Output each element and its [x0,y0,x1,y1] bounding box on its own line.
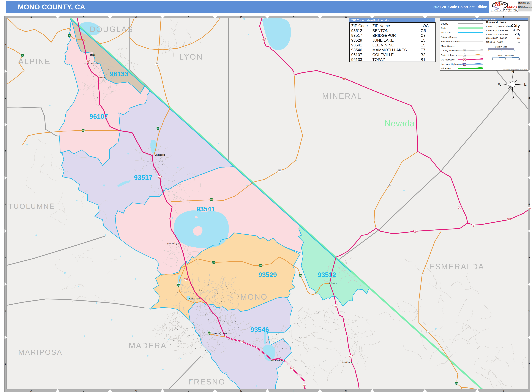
svg-text:2021 ZIP Code ColorCast Editio: 2021 ZIP Code ColorCast Edition [434,5,487,9]
svg-text:C: C [135,16,137,19]
svg-text:93512: 93512 [351,28,362,33]
svg-text:95: 95 [263,39,265,40]
svg-text:Cities 100,000 and Above: Cities 100,000 and Above [486,25,512,28]
svg-text:B1: B1 [421,57,425,62]
svg-text:5: 5 [5,256,6,259]
svg-text:2021 © Intelligent Direct, Inc: 2021 © Intelligent Direct, Inc., Wellsbo… [503,69,527,70]
svg-text:J: J [503,16,504,19]
svg-text:State: State [441,27,446,29]
svg-text:On Target. On Time.: On Target. On Time. [503,8,517,10]
svg-text:Topaz: Topaz [90,54,95,56]
svg-text:395: 395 [303,384,306,386]
svg-text:LYON: LYON [179,52,203,61]
svg-text:BENTON: BENTON [372,28,389,33]
svg-text:I: I [451,16,451,19]
svg-text:G5: G5 [421,28,426,33]
svg-text:6: 6 [528,309,530,312]
svg-text:95: 95 [459,207,460,209]
svg-text:264: 264 [427,331,429,333]
svg-text:C3: C3 [421,33,425,38]
svg-text:7: 7 [5,363,6,365]
svg-text:182: 182 [157,128,159,129]
svg-text:EMAIL US AT:: EMAIL US AT: [518,6,525,7]
svg-text:395: 395 [159,177,161,178]
svg-text:4: 4 [528,203,530,205]
svg-text:C: C [135,389,137,392]
svg-text:ZIP Code: ZIP Code [441,31,450,34]
svg-text:S: S [512,95,514,99]
svg-text:E7: E7 [421,48,425,52]
svg-text:Scale in Miles: Scale in Miles [495,46,507,48]
svg-text:4: 4 [501,50,502,52]
svg-text:395: 395 [185,279,187,280]
svg-text:Cities 5,000 - 24,999: Cities 5,000 - 24,999 [486,37,507,39]
svg-text:Walker: Walker [99,76,105,79]
svg-text:COLEVILLE: COLEVILLE [372,52,394,57]
svg-text:mapsales@MarketMAPS.com: mapsales@MarketMAPS.com [518,7,532,8]
svg-text:0: 0 [488,50,489,52]
svg-text:US Highways: US Highways [441,58,454,61]
svg-text:3: 3 [5,150,6,152]
svg-text:120: 120 [259,265,262,266]
svg-text:1: 1 [5,43,6,46]
svg-text:6: 6 [5,309,6,312]
svg-text:123: 123 [463,55,466,56]
svg-text:7: 7 [528,363,530,365]
svg-text:TOPAZ: TOPAZ [372,57,385,62]
svg-text:DOUGLAS: DOUGLAS [90,25,133,34]
svg-text:4: 4 [5,203,6,205]
svg-text:A: A [30,16,32,19]
svg-text:93546: 93546 [351,48,362,52]
svg-text:Chalfant: Chalfant [342,361,350,364]
svg-text:6: 6 [350,355,351,357]
svg-text:395: 395 [241,341,243,343]
svg-text:Toms Place: Toms Place [270,359,280,362]
svg-text:0: 0 [492,58,493,60]
svg-text:J: J [503,389,504,392]
svg-text:June Lake: June Lake [191,298,200,300]
svg-text:10: 10 [518,58,520,60]
svg-text:City: City [514,28,520,32]
svg-text:360: 360 [388,184,391,185]
svg-text:395: 395 [291,368,293,370]
svg-text:93546: 93546 [251,326,269,333]
svg-text:6: 6 [415,231,416,232]
svg-text:H: H [398,389,399,392]
svg-text:Scale in Kilometers: Scale in Kilometers [497,54,514,56]
svg-text:MADERA: MADERA [129,341,167,350]
svg-text:B: B [83,16,84,19]
svg-text:93529: 93529 [351,38,362,42]
svg-text:89: 89 [69,35,70,37]
svg-text:arket: arket [500,2,508,6]
svg-text:6: 6 [335,305,336,307]
svg-text:G: G [345,16,347,19]
svg-text:B2: B2 [421,52,425,57]
svg-text:M: M [495,0,501,7]
svg-text:167: 167 [210,199,213,201]
svg-text:158: 158 [177,284,180,286]
svg-text:120: 120 [212,262,215,263]
svg-text:A: A [30,389,32,392]
svg-text:93512: 93512 [318,271,336,279]
svg-text:Nevada: Nevada [384,118,415,128]
svg-text:BRIDGEPORT: BRIDGEPORT [372,33,398,38]
svg-text:Secondary Streets: Secondary Streets [441,40,459,43]
svg-text:93541: 93541 [351,43,362,47]
svg-text:FRESNO: FRESNO [188,377,225,386]
svg-text:E5: E5 [421,38,425,42]
svg-text:ZIP Code: ZIP Code [351,23,368,28]
svg-text:4: 4 [22,55,23,56]
svg-text:6: 6 [473,224,474,226]
svg-text:95: 95 [343,78,345,79]
svg-text:93529: 93529 [258,271,277,279]
svg-text:8: 8 [513,50,515,52]
svg-text:ESMERALDA: ESMERALDA [429,262,484,271]
svg-text:266: 266 [455,383,458,384]
svg-text:93517: 93517 [134,174,152,181]
svg-text:108: 108 [82,130,84,131]
svg-text:F: F [293,16,294,19]
svg-text:JUNE LAKE: JUNE LAKE [372,38,394,42]
svg-text:E5: E5 [421,43,425,47]
svg-text:203: 203 [208,332,210,334]
svg-text:County: County [441,23,448,25]
